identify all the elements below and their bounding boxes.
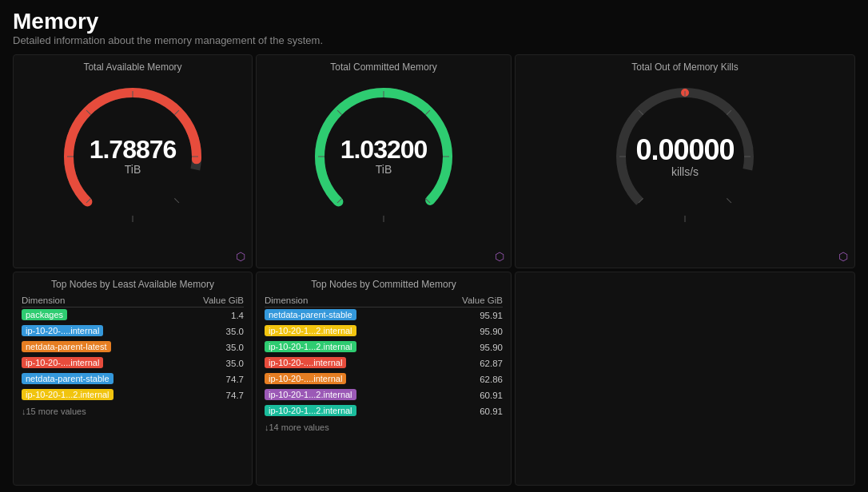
oom-value: 0.00000 kills/s: [635, 133, 734, 178]
committed-memory-value: 1.03200 TiB: [340, 136, 428, 177]
svg-line-6: [174, 199, 179, 204]
table-row: netdata-parent-stable 74.7: [22, 371, 244, 387]
dimension-badge: netdata-parent-stable: [22, 373, 113, 384]
value-cell: 74.7: [175, 371, 244, 387]
page-subtitle: Detailed information about the memory ma…: [13, 34, 855, 46]
dimension-cell: netdata-parent-latest: [22, 339, 175, 355]
table-row: ip-10-20-....internal 62.87: [265, 355, 503, 371]
dashboard-grid: Total Available Memory: [13, 54, 855, 486]
value-cell: 1.4: [175, 308, 244, 324]
table-row: ip-10-20-1...2.internal 60.91: [265, 387, 503, 403]
table-row: ip-10-20-1...2.internal 95.90: [265, 339, 503, 355]
empty-bottom-right: [515, 272, 855, 486]
dimension-badge: ip-10-20-1...2.internal: [265, 341, 356, 352]
available-number: 1.78876: [90, 136, 177, 165]
dimension-cell: packages: [22, 308, 175, 324]
dimension-cell: ip-10-20-....internal: [265, 371, 429, 387]
least-dim-header: Dimension: [22, 294, 175, 308]
available-memory-value: 1.78876 TiB: [90, 136, 177, 177]
oom-netdata-icon: ⬡: [838, 250, 848, 263]
committed-number: 1.03200: [340, 136, 428, 165]
dimension-badge: ip-10-20-....internal: [265, 373, 346, 384]
dimension-badge: ip-10-20-....internal: [265, 357, 346, 368]
value-cell: 62.86: [429, 371, 503, 387]
oom-kills-card: Total Out of Memory Kills: [515, 54, 855, 268]
dimension-cell: netdata-parent-stable: [265, 308, 429, 324]
dimension-cell: ip-10-20-1...2.internal: [265, 387, 429, 403]
committed-memory-table-card: Top Nodes by Committed Memory Dimension …: [256, 272, 512, 486]
value-cell: 74.7: [175, 387, 244, 403]
table-row: ip-10-20-....internal 62.86: [265, 371, 503, 387]
committed-unit: TiB: [340, 164, 428, 177]
value-cell: 95.90: [429, 339, 503, 355]
oom-title: Total Out of Memory Kills: [631, 62, 738, 74]
dimension-badge: packages: [22, 309, 67, 320]
table-row: packages 1.4: [22, 308, 244, 324]
oom-gauge: 0.00000 kills/s: [605, 77, 765, 236]
page: Memory Detailed information about the me…: [0, 0, 868, 492]
committed-memory-card: Total Committed Memory: [256, 54, 512, 268]
value-cell: 35.0: [175, 355, 244, 371]
committed-dim-header: Dimension: [265, 294, 429, 308]
value-cell: 35.0: [175, 323, 244, 339]
value-cell: 35.0: [175, 339, 244, 355]
available-memory-card: Total Available Memory: [13, 54, 253, 268]
committed-netdata-icon: ⬡: [495, 250, 504, 263]
available-memory-title: Total Available Memory: [83, 62, 181, 74]
least-value-header: Value GiB: [175, 294, 244, 308]
available-memory-gauge: 1.78876 TiB: [53, 77, 213, 236]
least-available-title: Top Nodes by Least Available Memory: [22, 279, 244, 292]
dimension-cell: ip-10-20-1...2.internal: [22, 387, 175, 403]
committed-value-header: Value GiB: [429, 294, 503, 308]
table-row: ip-10-20-1...2.internal 95.90: [265, 323, 503, 339]
committed-memory-gauge: 1.03200 TiB: [304, 77, 464, 236]
dimension-cell: ip-10-20-1...2.internal: [265, 339, 429, 355]
dimension-cell: ip-10-20-1...2.internal: [265, 323, 429, 339]
committed-memory-title: Total Committed Memory: [330, 62, 436, 74]
least-available-card: Top Nodes by Least Available Memory Dime…: [13, 272, 253, 486]
dimension-cell: ip-10-20-1...2.internal: [265, 403, 429, 419]
value-cell: 62.87: [429, 355, 503, 371]
least-available-table: Dimension Value GiB packages 1.4 ip-10-2…: [22, 294, 244, 403]
page-title: Memory: [13, 10, 855, 34]
dimension-cell: netdata-parent-stable: [22, 371, 175, 387]
value-cell: 60.91: [429, 403, 503, 419]
table-row: ip-10-20-....internal 35.0: [22, 323, 244, 339]
committed-table-title: Top Nodes by Committed Memory: [265, 279, 503, 292]
svg-line-26: [727, 199, 731, 204]
value-cell: 95.90: [429, 323, 503, 339]
dimension-badge: netdata-parent-latest: [22, 341, 111, 352]
least-more-values: ↓15 more values: [22, 407, 86, 416]
table-row: ip-10-20-....internal 35.0: [22, 355, 244, 371]
available-netdata-icon: ⬡: [236, 250, 245, 263]
table-row: ip-10-20-1...2.internal 74.7: [22, 387, 244, 403]
dimension-badge: ip-10-20-....internal: [22, 357, 103, 368]
committed-memory-table: Dimension Value GiB netdata-parent-stabl…: [265, 294, 503, 419]
dimension-badge: ip-10-20-1...2.internal: [265, 405, 356, 416]
dimension-cell: ip-10-20-....internal: [265, 355, 429, 371]
dimension-cell: ip-10-20-....internal: [22, 323, 175, 339]
dimension-badge: ip-10-20-1...2.internal: [265, 389, 356, 400]
dimension-badge: netdata-parent-stable: [265, 309, 356, 320]
table-row: netdata-parent-stable 95.91: [265, 308, 503, 324]
value-cell: 60.91: [429, 387, 503, 403]
dimension-badge: ip-10-20-1...2.internal: [22, 389, 113, 400]
oom-number: 0.00000: [635, 133, 734, 166]
dimension-badge: ip-10-20-1...2.internal: [265, 325, 356, 336]
dimension-badge: ip-10-20-....internal: [22, 325, 103, 336]
oom-unit: kills/s: [635, 165, 734, 178]
available-unit: TiB: [90, 164, 177, 177]
value-cell: 95.91: [429, 308, 503, 324]
table-row: netdata-parent-latest 35.0: [22, 339, 244, 355]
committed-more-values: ↓14 more values: [265, 423, 329, 432]
dimension-cell: ip-10-20-....internal: [22, 355, 175, 371]
table-row: ip-10-20-1...2.internal 60.91: [265, 403, 503, 419]
